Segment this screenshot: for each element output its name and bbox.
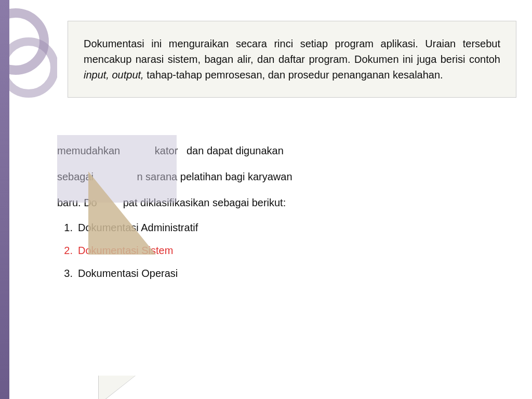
italic-input: input, <box>84 69 109 81</box>
list-item-3-text: Dokumentasi Operasi <box>78 264 178 283</box>
list-item-1-number: 1. <box>57 218 78 237</box>
tooltip-box: Dokumentasi ini menguraikan secara rinci… <box>68 21 516 98</box>
tooltip-text: Dokumentasi ini menguraikan secara rinci… <box>84 36 500 83</box>
list-item-3: 3. Dokumentasi Operasi <box>57 264 516 283</box>
list-item-2-number: 2. <box>57 241 78 260</box>
triangle-overlay <box>88 171 156 255</box>
left-accent-bar <box>0 0 9 399</box>
list-item-3-number: 3. <box>57 264 78 283</box>
tooltip-arrow <box>99 376 135 399</box>
main-content: Dokumentasi ini menguraikan secara rinci… <box>57 21 516 378</box>
italic-output: output, <box>112 69 144 81</box>
